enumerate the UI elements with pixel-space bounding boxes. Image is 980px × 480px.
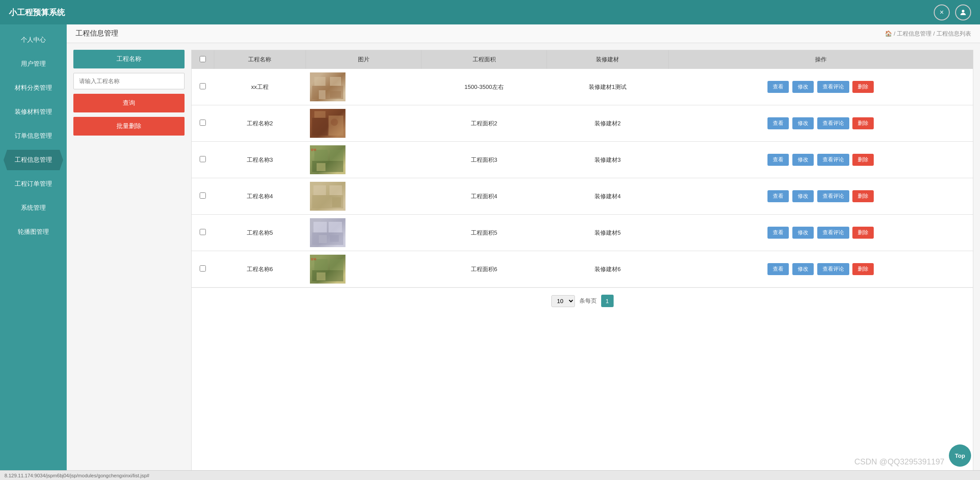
row-area: 工程面积4 bbox=[422, 178, 547, 215]
sidebar-item-material-category[interactable]: 材料分类管理 bbox=[4, 78, 63, 98]
content-area: 工程名称 查询 批量删除 工程名称 图片 工程面积 bbox=[67, 43, 980, 480]
page-size-select[interactable]: 10 20 50 bbox=[551, 295, 575, 307]
row-checkbox-1[interactable] bbox=[200, 83, 206, 89]
row-checkbox-5[interactable] bbox=[200, 229, 206, 235]
edit-button-4[interactable]: 修改 bbox=[792, 190, 814, 202]
row-project-name: 工程名称4 bbox=[214, 178, 305, 215]
svg-rect-7 bbox=[312, 118, 328, 136]
row-image-cell bbox=[305, 215, 421, 251]
row-area: 工程面积3 bbox=[422, 142, 547, 178]
main-layout: 个人中心 用户管理 材料分类管理 装修材料管理 订单信息管理 工程信息管理 工程… bbox=[0, 24, 980, 480]
select-all-checkbox[interactable] bbox=[200, 56, 206, 62]
row-actions: 查看 修改 查看评论 删除 bbox=[668, 105, 973, 142]
breadcrumb-level1[interactable]: 工程信息管理 bbox=[897, 30, 932, 37]
status-url: 8.129.11.174:9034/jspm6bj04/jsp/modules/… bbox=[4, 473, 149, 478]
view-button-5[interactable]: 查看 bbox=[767, 227, 789, 239]
breadcrumb-level2[interactable]: 工程信息列表 bbox=[936, 30, 971, 37]
edit-button-2[interactable]: 修改 bbox=[792, 117, 814, 129]
view-button-4[interactable]: 查看 bbox=[767, 190, 789, 202]
row-area: 工程面积6 bbox=[422, 251, 547, 288]
delete-button-6[interactable]: 删除 bbox=[852, 263, 874, 275]
row-image-cell: 促销 bbox=[305, 142, 421, 178]
delete-button-1[interactable]: 删除 bbox=[852, 81, 874, 93]
col-actions: 操作 bbox=[668, 50, 973, 69]
col-area: 工程面积 bbox=[422, 50, 547, 69]
row-image-cell bbox=[305, 105, 421, 142]
pagination-bar: 10 20 50 条每页 1 bbox=[192, 288, 973, 314]
view-button-2[interactable]: 查看 bbox=[767, 117, 789, 129]
app-title: 小工程预算系统 bbox=[9, 7, 65, 18]
row-area: 1500-3500左右 bbox=[422, 69, 547, 105]
top-button[interactable]: Top bbox=[949, 444, 971, 467]
sidebar-item-user-management[interactable]: 用户管理 bbox=[4, 54, 63, 74]
sidebar-item-order-management[interactable]: 订单信息管理 bbox=[4, 126, 63, 146]
search-input[interactable] bbox=[73, 73, 185, 89]
row-actions: 查看 修改 查看评论 删除 bbox=[668, 215, 973, 251]
row-actions: 查看 修改 查看评论 删除 bbox=[668, 251, 973, 288]
comment-button-5[interactable]: 查看评论 bbox=[817, 227, 849, 239]
row-area: 工程面积2 bbox=[422, 105, 547, 142]
edit-button-3[interactable]: 修改 bbox=[792, 154, 814, 166]
comment-button-1[interactable]: 查看评论 bbox=[817, 81, 849, 93]
breadcrumb-sep2: / bbox=[933, 30, 936, 37]
row-checkbox-3[interactable] bbox=[200, 156, 206, 162]
row-project-name: xx工程 bbox=[214, 69, 305, 105]
delete-button-5[interactable]: 删除 bbox=[852, 227, 874, 239]
delete-button-4[interactable]: 删除 bbox=[852, 190, 874, 202]
comment-button-2[interactable]: 查看评论 bbox=[817, 117, 849, 129]
edit-button-1[interactable]: 修改 bbox=[792, 81, 814, 93]
project-table: 工程名称 图片 工程面积 装修建材 操作 xx工程 bbox=[192, 50, 973, 288]
table-row: 工程名称6 促销 工程面积6 装修建材6 查看 修改 查 bbox=[192, 251, 973, 288]
batch-delete-button[interactable]: 批量删除 bbox=[73, 117, 185, 136]
sidebar-item-project-management[interactable]: 工程信息管理 bbox=[4, 150, 63, 170]
svg-rect-19 bbox=[313, 185, 326, 195]
edit-button-6[interactable]: 修改 bbox=[792, 263, 814, 275]
sidebar-item-system-management[interactable]: 系统管理 bbox=[4, 198, 63, 218]
svg-rect-4 bbox=[319, 90, 325, 99]
row-checkbox-2[interactable] bbox=[200, 120, 206, 126]
edit-button-5[interactable]: 修改 bbox=[792, 227, 814, 239]
comment-button-3[interactable]: 查看评论 bbox=[817, 154, 849, 166]
row-image-cell bbox=[305, 69, 421, 105]
svg-rect-15 bbox=[317, 163, 325, 171]
page-1-button[interactable]: 1 bbox=[601, 295, 614, 307]
row-material: 装修建材2 bbox=[546, 105, 668, 142]
breadcrumb: 🏠 / 工程信息管理 / 工程信息列表 bbox=[885, 30, 971, 38]
view-button-3[interactable]: 查看 bbox=[767, 154, 789, 166]
svg-rect-24 bbox=[313, 222, 327, 232]
row-actions: 查看 修改 查看评论 删除 bbox=[668, 142, 973, 178]
svg-rect-13 bbox=[314, 150, 328, 161]
row-checkbox-4[interactable] bbox=[200, 192, 206, 199]
view-button-6[interactable]: 查看 bbox=[767, 263, 789, 275]
svg-rect-5 bbox=[330, 91, 341, 98]
svg-rect-26 bbox=[319, 235, 327, 243]
table-header-row: 工程名称 图片 工程面积 装修建材 操作 bbox=[192, 50, 973, 69]
row-checkbox-cell bbox=[192, 251, 214, 288]
sidebar-item-decoration-material[interactable]: 装修材料管理 bbox=[4, 102, 63, 122]
comment-button-4[interactable]: 查看评论 bbox=[817, 190, 849, 202]
row-checkbox-cell bbox=[192, 142, 214, 178]
row-checkbox-cell bbox=[192, 178, 214, 215]
close-button[interactable]: × bbox=[934, 4, 950, 20]
sidebar-item-carousel-management[interactable]: 轮播图管理 bbox=[4, 222, 63, 242]
row-project-name: 工程名称6 bbox=[214, 251, 305, 288]
col-project-name: 工程名称 bbox=[214, 50, 305, 69]
row-image-cell bbox=[305, 178, 421, 215]
svg-text:促销: 促销 bbox=[311, 148, 316, 151]
col-material: 装修建材 bbox=[546, 50, 668, 69]
header-icons: × bbox=[934, 4, 971, 20]
sidebar-item-personal-center[interactable]: 个人中心 bbox=[4, 30, 63, 50]
sidebar-item-project-order[interactable]: 工程订单管理 bbox=[4, 174, 63, 194]
row-actions: 查看 修改 查看评论 删除 bbox=[668, 178, 973, 215]
search-button[interactable]: 查询 bbox=[73, 94, 185, 112]
row-checkbox-6[interactable] bbox=[200, 265, 206, 272]
view-button-1[interactable]: 查看 bbox=[767, 81, 789, 93]
svg-point-0 bbox=[962, 10, 964, 12]
svg-rect-21 bbox=[332, 197, 341, 207]
delete-button-3[interactable]: 删除 bbox=[852, 154, 874, 166]
delete-button-2[interactable]: 删除 bbox=[852, 117, 874, 129]
comment-button-6[interactable]: 查看评论 bbox=[817, 263, 849, 275]
user-button[interactable] bbox=[955, 4, 971, 20]
breadcrumb-home[interactable]: 🏠 bbox=[885, 30, 892, 37]
row-material: 装修建材5 bbox=[546, 215, 668, 251]
